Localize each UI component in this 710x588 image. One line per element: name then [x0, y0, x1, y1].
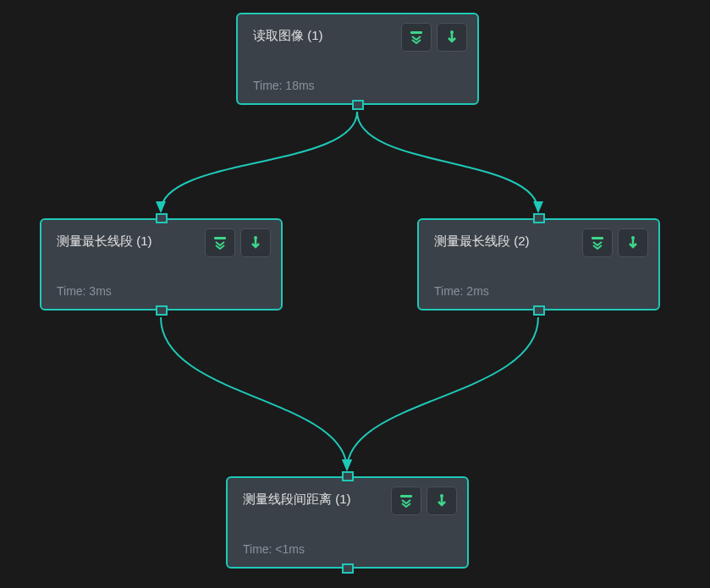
node-measure-longest-1[interactable]: 测量最长线段 (1) Time: 3ms — [40, 218, 283, 310]
output-port[interactable] — [533, 305, 545, 316]
collapse-button[interactable] — [401, 23, 432, 52]
node-button-group — [582, 228, 648, 257]
node-title: 测量线段间距离 (1) — [243, 492, 351, 508]
input-port[interactable] — [342, 471, 354, 481]
node-read-image[interactable]: 读取图像 (1) Time: 18ms — [236, 13, 479, 105]
node-button-group — [391, 486, 457, 515]
input-port[interactable] — [533, 213, 545, 223]
svg-rect-9 — [400, 495, 412, 497]
output-port[interactable] — [156, 305, 168, 316]
input-port[interactable] — [156, 213, 168, 223]
edge-n1-n2 — [161, 112, 357, 212]
download-icon — [434, 493, 449, 508]
node-time: Time: 2ms — [434, 284, 489, 298]
collapse-icon — [409, 30, 424, 45]
edge-n2-n4 — [161, 317, 347, 470]
node-button-group — [205, 228, 271, 257]
collapse-icon — [212, 235, 228, 250]
collapse-button[interactable] — [391, 486, 421, 515]
download-button[interactable] — [427, 486, 457, 515]
svg-rect-6 — [592, 237, 603, 239]
node-button-group — [401, 23, 467, 52]
node-title: 测量最长线段 (2) — [434, 234, 530, 250]
download-icon — [625, 235, 641, 250]
download-icon — [444, 30, 460, 45]
edge-n1-n3 — [357, 112, 538, 212]
node-time: Time: 3ms — [57, 284, 112, 298]
node-measure-longest-2[interactable]: 测量最长线段 (2) Time: 2ms — [417, 218, 660, 310]
download-button[interactable] — [240, 228, 271, 257]
node-measure-distance[interactable]: 测量线段间距离 (1) Time: <1ms — [226, 476, 469, 569]
download-icon — [248, 235, 263, 250]
node-title: 测量最长线段 (1) — [57, 234, 152, 250]
output-port[interactable] — [342, 563, 354, 574]
download-button[interactable] — [618, 228, 648, 257]
collapse-button[interactable] — [582, 228, 613, 257]
node-time: Time: 18ms — [253, 79, 315, 92]
output-port[interactable] — [352, 100, 364, 110]
svg-rect-3 — [214, 237, 226, 239]
edge-n3-n4 — [347, 317, 538, 470]
collapse-icon — [590, 235, 605, 250]
collapse-icon — [399, 493, 414, 508]
node-time: Time: <1ms — [243, 542, 305, 556]
node-title: 读取图像 (1) — [253, 28, 323, 44]
collapse-button[interactable] — [205, 228, 235, 257]
download-button[interactable] — [437, 23, 467, 52]
svg-rect-0 — [410, 31, 422, 34]
